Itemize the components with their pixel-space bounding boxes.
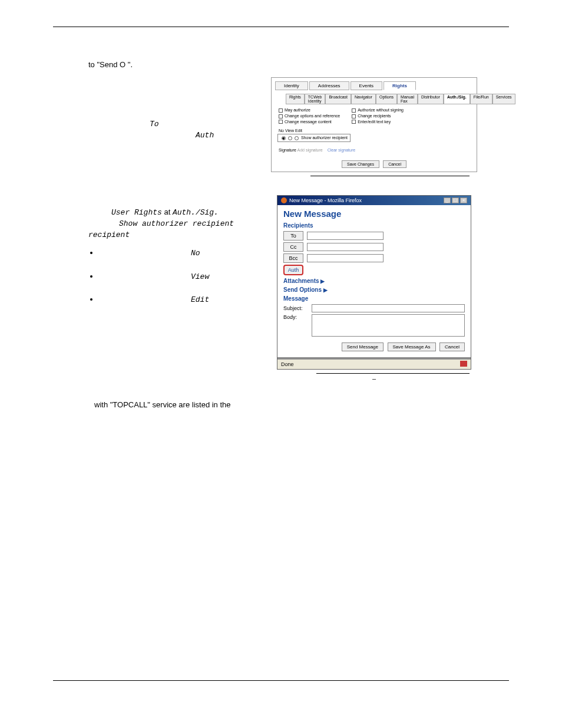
firefox-icon <box>281 197 287 203</box>
maximize-button[interactable]: □ <box>452 197 459 203</box>
bcc-input[interactable] <box>307 254 384 262</box>
cc-button[interactable]: Cc <box>283 242 303 252</box>
subject-label: Subject: <box>283 305 308 311</box>
body-input[interactable] <box>312 314 465 337</box>
expand-icon: ▶ <box>323 287 328 293</box>
close-button[interactable]: × <box>460 197 467 203</box>
bullet-no: xxxxxxxxxxxxxxxxxxxxxxxxNo <box>99 248 265 259</box>
cc-input[interactable] <box>307 243 384 251</box>
radio-labels: No View Edit <box>279 129 473 133</box>
intro-line: to "Send O ". <box>88 60 509 70</box>
tab-rights[interactable]: Rights <box>384 81 416 90</box>
figure-new-message: New Message - Mozilla Firefox _ □ × New … <box>277 195 471 370</box>
sendoptions-heading[interactable]: Send Options ▶ <box>283 286 465 293</box>
para-user-rights: xxxxxxUser Rights at Auth./Sig. xxxxxxxx… <box>88 207 265 241</box>
expand-icon: ▶ <box>320 278 325 284</box>
cancel-button[interactable]: Cancel <box>383 160 406 168</box>
fig2-caption: – <box>277 375 471 382</box>
page-title: New Message <box>283 209 465 219</box>
tab-identity[interactable]: Identity <box>275 81 308 90</box>
cancel-message-button[interactable]: Cancel <box>439 342 465 351</box>
status-text: Done <box>281 361 294 367</box>
chk-textkey[interactable]: Enter/edit text key <box>352 120 404 124</box>
window-titlebar: New Message - Mozilla Firefox _ □ × <box>277 196 471 205</box>
to-button[interactable]: To <box>283 231 303 241</box>
figure-rights-dialog: Identity Addresses Events Rights Rights … <box>271 77 477 172</box>
subtab-navigator[interactable]: Navigator <box>351 94 376 104</box>
add-signature-link[interactable]: Add signature <box>297 148 323 152</box>
bullet-edit: xxxxxxxxxxxxxxxxxxxxxxxxEdit <box>99 294 265 305</box>
minimize-button[interactable]: _ <box>444 197 451 203</box>
tab-addresses[interactable]: Addresses <box>309 81 349 90</box>
body-label: Body: <box>283 314 308 320</box>
signature-row: Signature Add signature Clear signature <box>279 148 473 152</box>
subtab-filerun[interactable]: File/Run <box>470 94 492 104</box>
window-title: New Message - Mozilla Firefox <box>289 197 362 203</box>
bullet-view: xxxxxxxxxxxxxxxxxxxxxxxxView <box>99 271 265 282</box>
subtab-options[interactable]: Options <box>376 94 397 104</box>
para-auth: xxxxxxxxxxxxxxxxTo xxxxxxxxxxxxxxxxxxxxx… <box>88 118 259 141</box>
subtab-broadcast[interactable]: Broadcast <box>325 94 351 104</box>
subtab-distributor[interactable]: Distributor <box>418 94 444 104</box>
chk-change-content[interactable]: Change message content <box>279 120 340 124</box>
tab-events[interactable]: Events <box>351 81 382 90</box>
chk-auth-nosign[interactable]: Authorize without signing <box>352 108 404 113</box>
message-heading: Message <box>283 295 465 302</box>
send-message-button[interactable]: Send Message <box>342 342 384 351</box>
auth-button[interactable]: Auth <box>283 265 303 275</box>
chk-change-recip[interactable]: Change recipients <box>352 114 404 118</box>
subtab-rights[interactable]: Rights <box>286 94 305 104</box>
header-rule <box>53 27 509 27</box>
to-input[interactable] <box>307 232 384 240</box>
bcc-button[interactable]: Bcc <box>283 253 303 263</box>
chk-may-authorize[interactable]: May authorize <box>279 108 340 113</box>
subtab-tcweb[interactable]: TCWeb Identity <box>305 94 326 104</box>
subject-input[interactable] <box>312 304 465 312</box>
radio-show-authorizer[interactable]: Show authorizer recipient <box>277 134 351 142</box>
subtab-authsig[interactable]: Auth./Sig. <box>444 94 470 104</box>
subtab-services[interactable]: Services <box>492 94 515 104</box>
status-icon <box>460 361 467 367</box>
attachments-heading[interactable]: Attachments ▶ <box>283 278 465 284</box>
recipients-heading: Recipients <box>283 222 465 229</box>
options-list: xxxxxxxxxxxxxxxxxxxxxxxxNo xxxxxxxxxxxxx… <box>88 248 265 305</box>
footer-rule <box>53 680 509 681</box>
subtab-manualfax[interactable]: Manual Fax <box>397 94 418 104</box>
save-changes-button[interactable]: Save Changes <box>342 160 379 168</box>
chk-change-options[interactable]: Change options and reference <box>279 114 340 118</box>
para-topcall: with "TOPCALL" service are listed in the <box>94 400 509 410</box>
save-message-button[interactable]: Save Message As <box>388 342 436 351</box>
clear-signature-link[interactable]: Clear signature <box>328 148 355 152</box>
